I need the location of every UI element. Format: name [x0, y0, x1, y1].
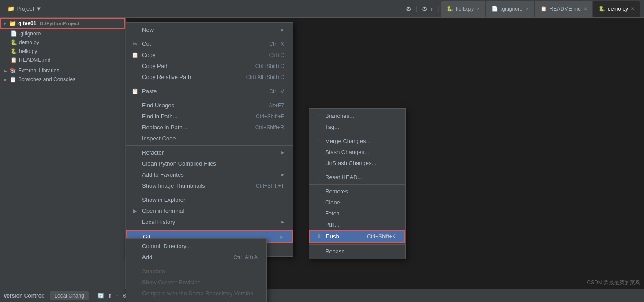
ext-libs-label: External Libraries: [18, 68, 59, 74]
new-arrow: ▶: [281, 27, 284, 33]
version-control-label: Version Control:: [4, 293, 45, 299]
tree-item-readme[interactable]: 📋 README.md: [0, 56, 125, 64]
menu-find-path[interactable]: Find in Path... Ctrl+Shift+F: [126, 111, 293, 122]
menu-branches[interactable]: ⑂Branches...: [309, 110, 405, 121]
merge-icon: ⑂: [315, 138, 322, 144]
menu-local-history[interactable]: Local History ▶: [126, 216, 293, 227]
tab-demo-py[interactable]: 🐍 demo.py ✕: [593, 1, 640, 17]
project-dropdown[interactable]: 📁 Project ▼: [4, 4, 45, 13]
menu-push[interactable]: ⬆ Push... Ctrl+Shift+K: [309, 230, 405, 243]
tab-label-demo: demo.py: [608, 6, 628, 12]
demo-label: demo.py: [19, 39, 39, 45]
tab-hello-py[interactable]: 🐍 hello.py ✕: [441, 1, 485, 17]
tab-close-hello[interactable]: ✕: [476, 6, 480, 11]
menu-paste[interactable]: 📋Paste Ctrl+V: [126, 86, 293, 97]
copy-icon: 📋: [131, 52, 139, 58]
menu-tag[interactable]: Tag...: [309, 121, 405, 132]
history-arrow: ▶: [281, 219, 284, 225]
refactor-arrow: ▶: [281, 150, 284, 155]
project-panel: ▼ 📁 gitee01 D:\PythonProject 📄 .gitignor…: [0, 18, 126, 289]
sep3: [126, 98, 293, 98]
readme-icon: 📋: [11, 57, 17, 63]
favorites-arrow: ▶: [281, 172, 284, 177]
config-icon[interactable]: ⚙: [422, 5, 427, 12]
menu-rebase[interactable]: Rebase...: [309, 246, 405, 257]
ext-libs-icon: 📚: [10, 68, 16, 74]
sep6: [126, 229, 293, 229]
separator1: |: [416, 5, 418, 12]
project-root[interactable]: ▼ 📁 gitee01 D:\PythonProject: [0, 18, 125, 29]
paste-icon: 📋: [131, 88, 139, 94]
branch-icon[interactable]: ⑂: [116, 293, 119, 299]
scratches-arrow: ▶: [4, 77, 8, 82]
root-folder-icon: 📁: [9, 20, 16, 27]
tree-item-hello[interactable]: 🐍 hello.py: [0, 47, 125, 56]
tab-close-readme[interactable]: ✕: [584, 6, 587, 11]
context-menu-1: New ▶ ✂Cut Ctrl+X 📋Copy Ctrl+C Copy Path…: [126, 22, 293, 257]
tree-item-gitignore[interactable]: 📄 .gitignore: [0, 29, 125, 38]
menu-new[interactable]: New ▶: [126, 24, 293, 35]
toolbar-icons: ⚙ | ⚙ ↑ |: [406, 5, 441, 12]
repo-sep1: [309, 134, 405, 134]
root-name: gitee01: [18, 20, 36, 26]
menu-copy-relative[interactable]: Copy Relative Path Ctrl+Alt+Shift+C: [126, 72, 293, 83]
menu-add-favorites[interactable]: Add to Favorites ▶: [126, 169, 293, 180]
tab-icon-readme: 📋: [540, 6, 547, 12]
title-bar: 📁 Project ▼ ⚙ | ⚙ ↑ | 🐍 hello.py ✕ 📄 .gi…: [0, 0, 644, 18]
menu-stash[interactable]: Stash Changes...: [309, 147, 405, 158]
menu-replace-path[interactable]: Replace in Path... Ctrl+Shift+R: [126, 122, 293, 133]
context-menu-git: Commit Directory... +Add Ctrl+Alt+A Anno…: [126, 238, 267, 302]
menu-merge-changes[interactable]: ⑂Merge Changes...: [309, 136, 405, 147]
tree-item-external-libs[interactable]: ▶ 📚 External Libraries: [0, 66, 125, 75]
tab-label-hello: hello.py: [456, 6, 474, 12]
menu-unstash[interactable]: UnStash Changes...: [309, 158, 405, 169]
status-icons: 🔄 ⬆ ⑂ ⚙: [97, 293, 127, 299]
scratches-icon: 📋: [10, 76, 16, 83]
menu-add[interactable]: +Add Ctrl+Alt+A: [126, 252, 266, 263]
menu-copy[interactable]: 📋Copy Ctrl+C: [126, 49, 293, 60]
menu-refactor[interactable]: Refactor ▶: [126, 147, 293, 158]
tree-item-demo[interactable]: 🐍 demo.py: [0, 38, 125, 47]
sep1: [126, 37, 293, 37]
branches-icon: ⑂: [315, 113, 322, 119]
tab-close-gitignore[interactable]: ✕: [525, 6, 529, 11]
menu-clean-python[interactable]: Clean Python Compiled Files: [126, 158, 293, 169]
demo-icon: 🐍: [11, 39, 17, 45]
menu-commit-dir[interactable]: Commit Directory...: [126, 241, 266, 252]
menu-remotes[interactable]: Remotes...: [309, 186, 405, 197]
arrow-up-icon[interactable]: ⬆: [108, 293, 112, 299]
menu-cut[interactable]: ✂Cut Ctrl+X: [126, 38, 293, 49]
local-changes-tab[interactable]: Local Chang: [50, 291, 88, 300]
menu-compare-with: Compare with...: [126, 299, 266, 302]
repo-sep3: [309, 184, 405, 185]
tree-item-scratches[interactable]: ▶ 📋 Scratches and Consoles: [0, 75, 125, 84]
settings-icon[interactable]: ⚙: [406, 5, 412, 12]
cut-icon: ✂: [131, 41, 139, 47]
separator2: |: [438, 5, 439, 12]
local-changes-label: Local Chang: [54, 293, 84, 299]
push-icon: ⬆: [315, 233, 322, 240]
menu-pull[interactable]: Pull...: [309, 219, 405, 230]
upload-icon[interactable]: ↑: [430, 5, 433, 12]
menu-fetch[interactable]: Fetch: [309, 208, 405, 219]
menu-clone[interactable]: Clone...: [309, 197, 405, 208]
tab-close-demo[interactable]: ✕: [631, 6, 634, 11]
menu-copy-path[interactable]: Copy Path Ctrl+Shift+C: [126, 60, 293, 72]
menu-reset-head[interactable]: ⑂Reset HEAD...: [309, 172, 405, 183]
tab-gitignore[interactable]: 📄 .gitignore ✕: [486, 1, 534, 17]
reset-icon: ⑂: [315, 174, 322, 181]
root-arrow: ▼: [3, 21, 7, 26]
tab-readme[interactable]: 📋 README.md ✕: [535, 1, 592, 17]
scratches-label: Scratches and Consoles: [18, 76, 75, 83]
watermark: CSDN @最最菜的菜鸟: [587, 279, 640, 287]
menu-find-usages[interactable]: Find Usages Alt+F7: [126, 100, 293, 111]
tab-icon-gitignore: 📄: [491, 6, 498, 12]
menu-inspect[interactable]: Inspect Code...: [126, 133, 293, 144]
tab-icon-hello: 🐍: [446, 6, 453, 12]
menu-thumbnails[interactable]: Show Image Thumbnails Ctrl+Shift+T: [126, 180, 293, 191]
sep5: [126, 193, 293, 193]
sync-icon[interactable]: 🔄: [97, 293, 104, 299]
folder-icon: 📁: [7, 5, 15, 12]
menu-show-explorer[interactable]: Show in Explorer: [126, 194, 293, 205]
menu-open-terminal[interactable]: ▶Open in terminal: [126, 205, 293, 216]
